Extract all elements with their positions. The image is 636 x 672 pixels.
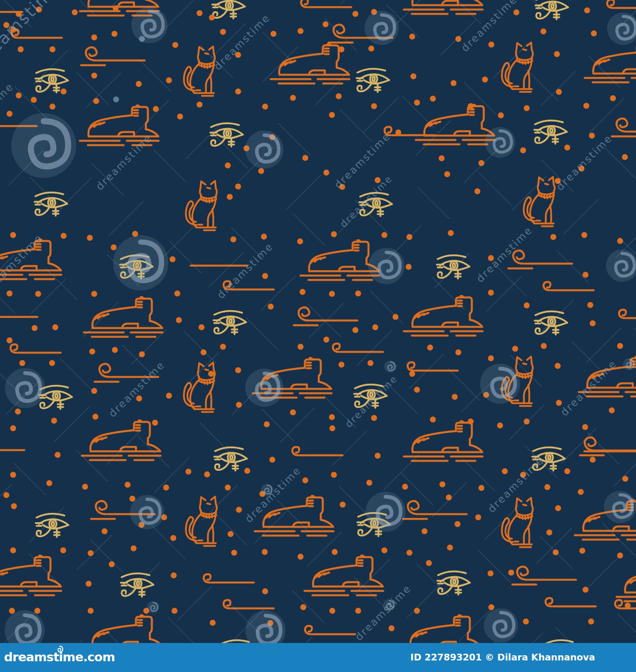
pattern-dot: [50, 47, 56, 52]
pattern-dot: [414, 387, 420, 393]
watermark-spiral-logo: [368, 248, 404, 284]
watermark-spiral-logo: [131, 7, 167, 43]
pattern-dot: [244, 468, 250, 474]
pattern-dot: [330, 425, 335, 431]
pattern-dot: [86, 581, 92, 587]
pattern-dot: [393, 314, 399, 320]
pattern-dot: [225, 485, 231, 491]
pattern-dot: [231, 550, 237, 556]
pattern-dot: [220, 29, 226, 35]
pattern-dot: [426, 560, 432, 566]
pattern-dot: [35, 291, 41, 297]
pattern-dot: [371, 415, 377, 421]
eye-of-horus-icon: [535, 311, 567, 334]
dreamstime-logo: dreamstime.com: [4, 650, 115, 664]
pattern-dot: [448, 230, 454, 236]
wind-swirl-icon: [580, 437, 636, 455]
image-credit: ID 227893201 © Dilara Khannanova: [410, 652, 595, 662]
watermark-spiral-logo: [147, 601, 159, 614]
pattern-dot: [52, 324, 58, 330]
pattern-dot: [488, 355, 494, 361]
eye-of-horus-icon: [213, 311, 246, 334]
dreamstime-spiral-icon: [55, 645, 64, 654]
watermark-line: [382, 0, 636, 643]
pattern-dot: [331, 231, 337, 237]
pattern-dot: [268, 304, 274, 310]
pattern-dot: [324, 337, 330, 343]
watermark-line: [0, 0, 571, 643]
pattern-dot: [204, 472, 210, 478]
pattern-dot: [545, 484, 551, 490]
author-name: Dilara Khannanova: [497, 652, 595, 662]
pattern-dot: [290, 410, 296, 416]
pattern-dot: [524, 303, 530, 309]
sphinx-icon: [0, 555, 61, 595]
pattern-dot: [340, 502, 346, 508]
pattern-dot: [271, 31, 277, 37]
pattern-dot: [489, 42, 494, 48]
egypt-pattern-canvas: dreamstimedreamstimedreamstimedreamstime…: [0, 0, 636, 672]
cat-icon: [524, 177, 555, 226]
watermark-line: [0, 0, 571, 643]
pattern-dot: [10, 425, 16, 431]
sphinx-icon: [404, 295, 483, 336]
pattern-dot: [302, 478, 308, 484]
pattern-dot: [302, 155, 308, 161]
eye-of-horus-icon: [36, 514, 68, 537]
eye-of-horus-icon: [214, 447, 247, 470]
pattern-dot: [152, 420, 158, 426]
watermark-spiral-logo: [484, 608, 518, 643]
cat-icon: [186, 497, 217, 546]
pattern-dot: [18, 47, 24, 52]
watermark-spiral-logo: [245, 130, 283, 169]
pattern-dot: [131, 546, 137, 552]
pattern-dot: [109, 561, 115, 567]
pattern-dot: [468, 419, 474, 425]
pattern-dot: [16, 93, 22, 99]
pattern-dot: [235, 184, 241, 190]
cat-icon: [184, 47, 215, 96]
pattern-dot: [15, 409, 21, 415]
pattern-dot: [353, 327, 359, 333]
pattern-dot: [50, 104, 56, 110]
pattern-dot: [610, 95, 616, 101]
sphinx-icon: [84, 296, 163, 337]
wind-curl-icon: [619, 310, 636, 318]
wind-curl-icon: [607, 0, 636, 8]
pattern-dot: [125, 482, 131, 488]
pattern-dot: [502, 468, 508, 474]
pattern-dot: [111, 245, 117, 251]
pattern-dot: [262, 104, 268, 110]
pattern-dot: [89, 349, 95, 355]
pattern-dot: [582, 232, 588, 238]
pattern-dot: [584, 8, 590, 14]
pattern-dot: [88, 550, 94, 556]
pattern-dot: [479, 485, 485, 491]
pattern-dot: [173, 42, 178, 48]
watermark-spiral-logo: [11, 113, 76, 178]
pattern-dot-muted: [113, 97, 119, 103]
watermark-spiral-logo: [130, 495, 164, 529]
watermark-spiral-logo: [623, 358, 636, 371]
pattern-dot: [488, 290, 494, 296]
wind-curl-icon: [407, 362, 458, 371]
wind-swirl-icon: [403, 501, 467, 519]
pattern-dot: [9, 608, 15, 614]
sphinx-icon: [82, 420, 161, 460]
pattern-dot: [262, 273, 268, 279]
pattern-dot: [382, 548, 388, 554]
watermark-spiral-logo: [606, 249, 636, 282]
pattern-dot: [332, 549, 338, 555]
pattern-dot: [584, 103, 589, 109]
sphinx-icon: [585, 42, 636, 82]
pattern-dot: [580, 548, 586, 554]
pattern-dot: [555, 363, 561, 369]
stock-image-preview: dreamstimedreamstimedreamstimedreamstime…: [0, 0, 636, 672]
pattern-dot: [10, 472, 16, 478]
sphinx-icon: [617, 561, 636, 601]
pattern-dot: [456, 36, 461, 42]
cat-icon: [186, 181, 217, 230]
watermark-text: dreamstime: [0, 231, 46, 296]
pattern-dot: [31, 97, 37, 103]
pattern-dot: [136, 81, 142, 87]
